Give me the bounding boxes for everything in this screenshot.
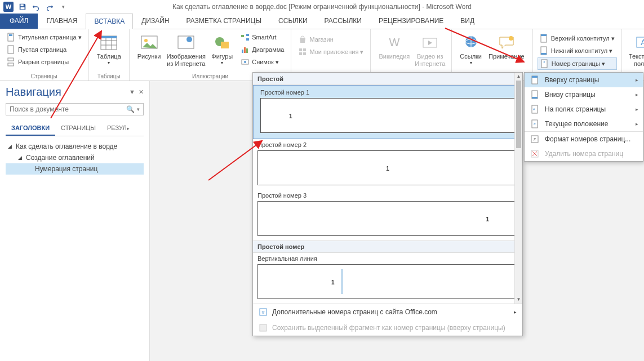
svg-rect-12 (101, 36, 117, 38)
chevron-right-icon: ▸ (636, 106, 638, 112)
chart-label: Диаграмма (252, 46, 284, 53)
gallery-item-simple-3[interactable]: Простой номер 3 1 (253, 190, 522, 236)
tab-insert[interactable]: ВСТАВКА (86, 14, 133, 29)
comment-label: Примечание (488, 53, 525, 60)
online-pictures-button[interactable]: Изображения из Интернета (164, 32, 208, 70)
wikipedia-label: Википедия (379, 53, 410, 60)
navigation-pane: Навигация ▼ ✕ 🔍 ▾ ЗАГОЛОВКИ СТРАНИЦЫ РЕЗ… (0, 81, 150, 361)
nav-close-icon[interactable]: ✕ (139, 88, 144, 96)
tab-layout[interactable]: РАЗМЕТКА СТРАНИЦЫ (178, 13, 270, 29)
tab-view[interactable]: ВИД (452, 13, 483, 29)
gallery-scrollbar[interactable]: ▲ ▼ (514, 73, 522, 304)
save-icon[interactable] (18, 2, 27, 11)
page-number-button[interactable]: #Номер страницы ▾ (538, 57, 617, 70)
online-pictures-label: Изображения из Интернета (167, 53, 206, 68)
svg-point-36 (509, 36, 513, 41)
svg-text:#: # (534, 137, 536, 141)
submenu-current-position[interactable]: # Текущее положение▸ (525, 117, 643, 132)
page-break-label: Разрыв страницы (18, 59, 69, 65)
tree-item-numbering[interactable]: Нумерация страниц (6, 163, 144, 175)
scroll-up-icon[interactable]: ▲ (515, 73, 522, 81)
svg-rect-51 (532, 97, 538, 99)
submenu-format-numbers[interactable]: # Формат номеров страниц... (525, 132, 643, 146)
submenu-top-of-page[interactable]: Вверху страницы▸ (525, 73, 643, 87)
svg-rect-1 (21, 7, 25, 10)
gallery-more-label: Дополнительные номера страниц с сайта Of… (272, 308, 437, 316)
shapes-button[interactable]: Фигуры▾ (208, 32, 236, 68)
nav-search[interactable]: 🔍 ▾ (6, 103, 144, 115)
tab-review[interactable]: РЕЦЕНЗИРОВАНИЕ (370, 13, 452, 29)
page-number-gallery: Простой Простой номер 1 1 Простой номер … (252, 72, 523, 336)
pictures-button[interactable]: Рисунки (134, 32, 165, 63)
undo-icon[interactable] (32, 2, 41, 11)
header-button[interactable]: Верхний колонтитул ▾ (538, 33, 617, 44)
svg-rect-18 (221, 42, 229, 48)
comment-button[interactable]: Примечание (485, 32, 528, 63)
svg-rect-27 (299, 48, 302, 51)
collapse-icon[interactable]: ◢ (18, 155, 24, 161)
gallery-section-simple-num: Простой номер (253, 240, 522, 253)
tab-file[interactable]: ФАЙЛ (0, 13, 38, 29)
svg-point-26 (244, 61, 246, 63)
svg-rect-49 (532, 76, 538, 78)
smartart-button[interactable]: SmartArt (238, 32, 286, 43)
blank-page-button[interactable]: Пустая страница (5, 44, 84, 55)
svg-rect-29 (299, 52, 302, 55)
online-video-button[interactable]: Видео из Интернета (413, 32, 447, 70)
table-label: Таблица (97, 53, 121, 60)
gallery-item-label: Простой номер 1 (256, 87, 519, 97)
scroll-thumb[interactable] (516, 81, 521, 148)
nav-tabs: ЗАГОЛОВКИ СТРАНИЦЫ РЕЗУЛ▸ (6, 121, 144, 136)
search-dropdown-icon[interactable]: ▾ (137, 106, 140, 112)
text-box-button[interactable]: AТекстовое поле ▾ (627, 32, 644, 70)
tab-design[interactable]: ДИЗАЙН (133, 13, 177, 29)
svg-text:#: # (543, 60, 545, 64)
search-icon[interactable]: 🔍 (126, 105, 135, 113)
table-button[interactable]: Таблица▾ (94, 32, 125, 68)
gallery-item-vertical-line[interactable]: Вертикальная линия 1 (253, 253, 522, 299)
smartart-label: SmartArt (252, 34, 276, 41)
svg-rect-20 (246, 34, 249, 36)
cover-page-label: Титульная страница ▾ (18, 34, 82, 41)
chart-button[interactable]: Диаграмма (238, 44, 286, 55)
svg-text:A: A (641, 38, 644, 47)
nav-options-icon[interactable]: ▼ (129, 88, 135, 96)
collapse-icon[interactable]: ◢ (8, 144, 14, 149)
tab-home[interactable]: ГЛАВНАЯ (38, 13, 86, 29)
gallery-section-simple: Простой (253, 73, 522, 85)
nav-search-input[interactable] (10, 105, 126, 113)
submenu-bottom-of-page[interactable]: Внизу страницы▸ (525, 87, 643, 102)
store-button[interactable]: Магазин (296, 34, 366, 45)
blank-page-label: Пустая страница (18, 46, 66, 53)
svg-text:W: W (389, 36, 399, 48)
svg-rect-47 (260, 324, 267, 331)
scroll-down-icon[interactable]: ▼ (515, 296, 522, 304)
nav-tab-results[interactable]: РЕЗУЛ▸ (101, 121, 135, 136)
submenu-page-margins[interactable]: # На полях страницы▸ (525, 102, 643, 117)
gallery-more-office[interactable]: # Дополнительные номера страниц с сайта … (253, 304, 522, 320)
wikipedia-button[interactable]: WВикипедия (375, 32, 413, 63)
screenshot-button[interactable]: Снимок ▾ (238, 56, 286, 68)
screenshot-label: Снимок ▾ (252, 59, 279, 66)
cover-page-button[interactable]: Титульная страница ▾ (5, 32, 84, 43)
gallery-item-simple-1[interactable]: Простой номер 1 1 (253, 85, 522, 139)
nav-tab-headings[interactable]: ЗАГОЛОВКИ (6, 121, 55, 136)
redo-icon[interactable] (45, 2, 54, 11)
nav-tab-pages[interactable]: СТРАНИЦЫ (55, 121, 101, 136)
my-apps-button[interactable]: Мои приложения ▾ (296, 46, 366, 57)
svg-rect-5 (8, 58, 14, 61)
nav-tree: ◢Как сделать оглавление в ворде ◢Создани… (6, 141, 144, 175)
header-label: Верхний колонтитул ▾ (551, 35, 615, 42)
gallery-item-simple-2[interactable]: Простой номер 2 1 (253, 139, 522, 185)
page-break-button[interactable]: Разрыв страницы (5, 56, 84, 68)
tab-references[interactable]: ССЫЛКИ (270, 13, 316, 29)
tree-item-toc[interactable]: ◢Создание оглавлений (6, 152, 144, 163)
ribbon-group-pages: Титульная страница ▾ Пустая страница Раз… (0, 29, 89, 81)
tree-item-root[interactable]: ◢Как сделать оглавление в ворде (6, 141, 144, 152)
links-button[interactable]: Ссылки▾ (456, 32, 485, 68)
qat-dropdown-icon[interactable]: ▾ (59, 2, 68, 11)
online-video-label: Видео из Интернета (415, 53, 445, 68)
tab-mail[interactable]: РАССЫЛКИ (316, 13, 370, 29)
footer-button[interactable]: Нижний колонтитул ▾ (538, 45, 617, 56)
tables-group-label: Таблицы (94, 72, 125, 79)
